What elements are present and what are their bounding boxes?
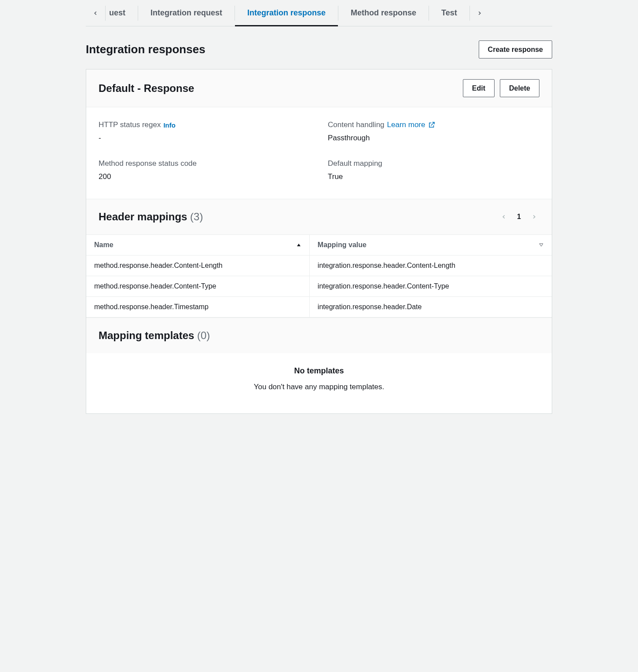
field-value: - — [99, 134, 310, 142]
response-panel: Default - Response Edit Delete HTTP stat… — [86, 69, 552, 414]
learn-more-link[interactable]: Learn more — [387, 121, 436, 129]
column-header-name[interactable]: Name — [86, 235, 310, 255]
tabs-scroll-left[interactable] — [86, 0, 105, 26]
pager-next[interactable] — [529, 212, 539, 222]
panel-header: Default - Response Edit Delete — [86, 69, 552, 107]
tab-test[interactable]: Test — [429, 0, 469, 26]
sort-asc-icon — [296, 242, 301, 248]
tab-method-response[interactable]: Method response — [338, 0, 429, 26]
cell-name: method.response.header.Timestamp — [86, 297, 310, 317]
field-value: True — [328, 172, 539, 181]
panel-actions: Edit Delete — [463, 79, 539, 97]
section-header-mappings: Header mappings (3) 1 — [86, 199, 552, 234]
learn-more-text: Learn more — [387, 121, 425, 129]
field-label: Default mapping — [328, 159, 539, 168]
label-text: HTTP status regex — [99, 121, 161, 129]
tab-integration-request[interactable]: Integration request — [138, 0, 235, 26]
empty-state-title: No templates — [95, 366, 543, 376]
page-header: Integration responses Create response — [86, 26, 552, 69]
section-title-text: Header mappings — [99, 211, 187, 223]
cell-value: integration.response.header.Content-Type — [310, 276, 552, 296]
field-http-status-regex: HTTP status regex Info - — [99, 121, 310, 142]
sort-none-icon — [539, 242, 544, 248]
tabs-scroll-right[interactable] — [470, 0, 489, 26]
section-title: Header mappings (3) — [99, 211, 203, 223]
field-label: Content handling Learn more — [328, 121, 539, 129]
column-header-text: Name — [94, 241, 114, 249]
table-row: method.response.header.Content-Type inte… — [86, 276, 552, 297]
empty-state-subtitle: You don't have any mapping templates. — [95, 383, 543, 391]
section-title: Mapping templates (0) — [99, 329, 210, 342]
cell-name: method.response.header.Content-Type — [86, 276, 310, 296]
table-row: method.response.header.Timestamp integra… — [86, 297, 552, 318]
column-header-text: Mapping value — [318, 241, 367, 249]
tab-integration-response[interactable]: Integration response — [235, 0, 338, 26]
empty-state: No templates You don't have any mapping … — [86, 353, 552, 413]
cell-name: method.response.header.Content-Length — [86, 256, 310, 276]
tab-method-request-partial[interactable]: uest — [106, 0, 138, 26]
cell-value: integration.response.header.Date — [310, 297, 552, 317]
info-link[interactable]: Info — [163, 121, 176, 129]
external-link-icon — [428, 121, 436, 129]
cell-value: integration.response.header.Content-Leng… — [310, 256, 552, 276]
field-default-mapping: Default mapping True — [328, 159, 539, 181]
svg-marker-0 — [297, 244, 301, 246]
section-title-text: Mapping templates — [99, 329, 194, 341]
fields-grid: HTTP status regex Info - Content handlin… — [86, 107, 552, 199]
create-response-button[interactable]: Create response — [479, 40, 552, 58]
table-header-row: Name Mapping value — [86, 234, 552, 256]
field-value: 200 — [99, 172, 310, 181]
pager-page: 1 — [517, 213, 521, 221]
label-text: Content handling — [328, 121, 385, 129]
column-header-mapping-value[interactable]: Mapping value — [310, 235, 552, 255]
section-mapping-templates: Mapping templates (0) — [86, 318, 552, 353]
table-row: method.response.header.Content-Length in… — [86, 256, 552, 276]
field-label: Method response status code — [99, 159, 310, 168]
section-count: (0) — [197, 329, 210, 341]
field-value: Passthrough — [328, 134, 539, 142]
page-title: Integration responses — [86, 43, 205, 56]
pager: 1 — [499, 212, 539, 222]
delete-button[interactable]: Delete — [500, 79, 539, 97]
field-content-handling: Content handling Learn more Passthrough — [328, 121, 539, 142]
edit-button[interactable]: Edit — [463, 79, 495, 97]
svg-marker-1 — [539, 244, 543, 246]
tabs-bar: uest Integration request Integration res… — [86, 0, 552, 26]
field-method-response-status: Method response status code 200 — [99, 159, 310, 181]
section-count: (3) — [190, 211, 203, 223]
field-label: HTTP status regex Info — [99, 121, 310, 129]
pager-prev[interactable] — [499, 212, 509, 222]
panel-title: Default - Response — [99, 82, 194, 95]
